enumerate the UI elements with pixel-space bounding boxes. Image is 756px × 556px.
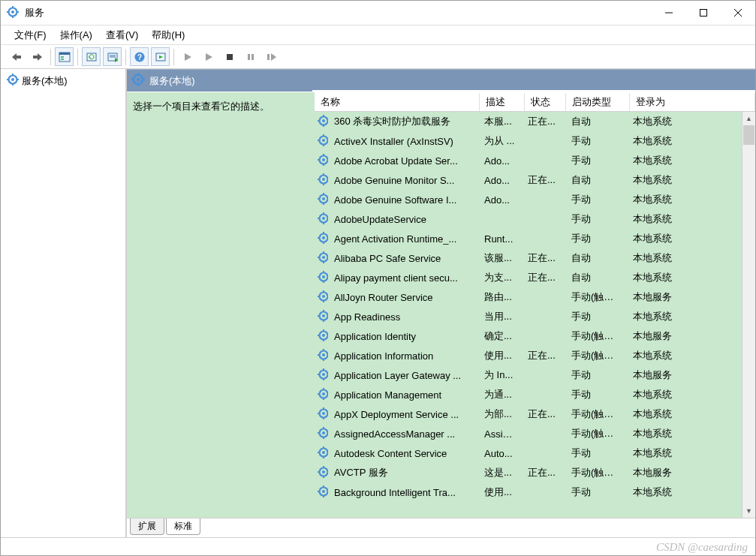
menu-action[interactable]: 操作(A) [54,27,98,44]
vertical-scrollbar[interactable]: ▲ ▼ [742,112,755,518]
service-row[interactable]: Application Information使用...正在...手动(触发..… [315,346,742,365]
scroll-thumb[interactable] [743,125,754,145]
service-icon [315,368,328,383]
start-service-button[interactable] [178,47,197,66]
svc-startup: 手动(触发... [565,290,627,304]
service-icon [315,349,328,363]
col-name[interactable]: 名称 [315,93,480,111]
service-row[interactable]: Adobe Genuine Monitor S...Ado...正在...自动本… [315,170,742,190]
svc-logon: 本地系统 [627,134,742,148]
service-icon [315,212,328,227]
svc-desc: Auto... [478,448,522,459]
tree-root-item[interactable]: 服务(本地) [5,72,121,89]
service-icon [315,193,328,207]
service-row[interactable]: Adobe Acrobat Update Ser...Ado...手动本地系统 [315,151,742,170]
col-startup[interactable]: 启动类型 [566,93,630,111]
start-service2-button[interactable] [199,47,218,66]
service-icon [315,290,328,305]
services-icon [7,6,20,20]
col-status[interactable]: 状态 [525,93,566,111]
svc-status: 正在... [522,251,565,265]
service-row[interactable]: 360 杀毒实时防护加载服务本服...正在...自动本地系统 [315,112,742,131]
title-bar: 服务 [1,1,755,26]
svg-rect-31 [248,54,250,60]
back-button[interactable] [7,47,26,66]
svc-name: Adobe Genuine Software I... [328,194,478,206]
restart-service-button[interactable] [262,47,281,66]
svc-name: Alipay payment client secu... [328,272,478,284]
menu-view[interactable]: 查看(V) [100,27,144,44]
svg-marker-27 [159,56,163,59]
svc-startup: 自动 [565,271,627,284]
svc-logon: 本地服务 [627,290,742,304]
svg-rect-32 [251,54,254,60]
svc-status: 正在... [522,349,565,362]
service-row[interactable]: AVCTP 服务这是...正在...手动(触发...本地服务 [315,463,742,482]
show-hide-console-tree-button[interactable] [55,47,74,66]
service-row[interactable]: Alibaba PC Safe Service该服...正在...自动本地系统 [315,248,742,268]
svc-desc: 路由... [478,290,522,304]
service-row[interactable]: AdobeUpdateService手动本地系统 [315,209,742,229]
svc-startup: 手动 [565,193,627,206]
menu-help[interactable]: 帮助(H) [146,27,191,44]
svc-logon: 本地系统 [627,232,742,245]
tab-standard[interactable]: 标准 [166,518,200,535]
service-row[interactable]: Application Management为通...手动本地系统 [315,385,742,404]
svc-desc: 该服... [478,251,522,265]
properties-button[interactable] [151,47,170,66]
svc-status: 正在... [522,173,565,187]
service-row[interactable]: AllJoyn Router Service路由...手动(触发...本地服务 [315,287,742,307]
svc-desc: 这是... [478,466,522,479]
maximize-button[interactable] [686,1,721,25]
svc-desc: Ado... [478,175,522,186]
tab-extended[interactable]: 扩展 [130,518,164,535]
svc-name: ActiveX Installer (AxInstSV) [328,136,478,147]
svc-startup: 手动 [565,232,627,245]
menu-bar: 文件(F) 操作(A) 查看(V) 帮助(H) [1,26,755,45]
status-bar [1,537,755,555]
service-row[interactable]: Application Identity确定...手动(触发...本地服务 [315,326,742,346]
service-icon [315,115,328,129]
svg-marker-34 [271,53,276,61]
service-icon [315,173,328,188]
svc-startup: 手动(触发... [565,427,627,440]
help-button[interactable]: ? [130,47,149,66]
svc-startup: 手动 [565,485,627,499]
service-row[interactable]: Application Layer Gateway ...为 In...手动本地… [315,365,742,385]
scroll-down-icon[interactable]: ▼ [742,504,755,518]
service-row[interactable]: Alipay payment client secu...为支...正在...自… [315,268,742,287]
col-logon[interactable]: 登录为 [630,93,755,111]
window-title: 服务 [25,6,652,20]
svg-text:?: ? [137,53,141,62]
svc-status: 正在... [522,407,565,421]
refresh-button[interactable] [82,47,101,66]
service-row[interactable]: App Readiness当用...手动本地系统 [315,307,742,326]
svc-desc: 为从 ... [478,134,522,148]
service-row[interactable]: AssignedAccessManager ...Assig...手动(触发..… [315,424,742,443]
svg-marker-28 [185,53,191,61]
service-icon [315,310,328,324]
service-row[interactable]: Autodesk Content ServiceAuto...手动本地系统 [315,443,742,463]
services-icon [7,74,19,88]
svc-logon: 本地系统 [627,349,742,362]
service-row[interactable]: AppX Deployment Service ...为部...正在...手动(… [315,404,742,424]
svc-startup: 手动 [565,446,627,460]
svc-name: Application Information [328,350,478,362]
pause-service-button[interactable] [241,47,260,66]
forward-button[interactable] [28,47,47,66]
service-row[interactable]: Adobe Genuine Software I...Ado...手动本地系统 [315,190,742,209]
minimize-button[interactable] [652,1,686,25]
service-row[interactable]: Background Intelligent Tra...使用...手动本地系统 [315,482,742,502]
close-button[interactable] [721,1,755,25]
menu-file[interactable]: 文件(F) [8,27,53,44]
svg-rect-17 [61,59,64,60]
service-row[interactable]: Agent Activation Runtime_...Runt...手动本地系… [315,229,742,248]
export-list-button[interactable] [103,47,122,66]
svc-desc: 当用... [478,310,522,323]
stop-service-button[interactable] [220,47,239,66]
scroll-up-icon[interactable]: ▲ [742,112,755,125]
service-icon [315,485,328,500]
service-row[interactable]: ActiveX Installer (AxInstSV)为从 ...手动本地系统 [315,131,742,151]
col-desc[interactable]: 描述 [480,93,525,111]
svc-desc: 为支... [478,271,522,284]
